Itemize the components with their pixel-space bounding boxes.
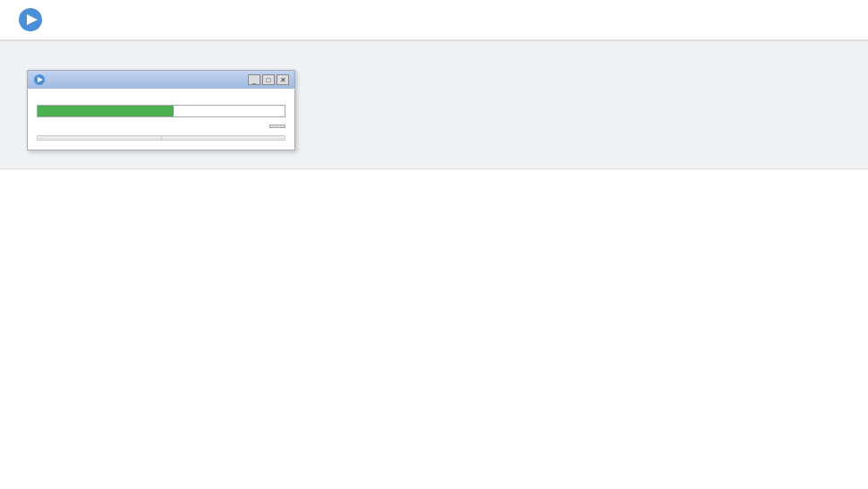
installer-table (37, 135, 285, 141)
hero-left: _ □ ✕ (27, 59, 319, 150)
installer-title-left (33, 73, 49, 86)
hero-right (607, 59, 841, 150)
installer-logo-icon (33, 73, 46, 86)
logo[interactable] (18, 7, 48, 32)
installer-window: _ □ ✕ (27, 70, 295, 150)
win-close[interactable]: ✕ (277, 74, 289, 85)
progress-bar (37, 105, 285, 117)
col-application (38, 136, 162, 141)
installer-titlebar: _ □ ✕ (28, 71, 294, 89)
logo-icon (18, 7, 43, 32)
table-header-row (38, 136, 285, 141)
header (0, 0, 868, 40)
col-status (161, 136, 285, 141)
hero-center (346, 59, 581, 150)
hero-section: _ □ ✕ (0, 41, 868, 168)
win-minimize[interactable]: _ (248, 74, 260, 85)
cancel-button[interactable] (269, 124, 285, 128)
pick-apps-section (0, 169, 868, 232)
installer-body (28, 89, 294, 150)
installer-links (37, 124, 285, 128)
progress-bar-fill (38, 106, 174, 116)
win-maximize[interactable]: □ (262, 74, 275, 85)
win-buttons: _ □ ✕ (248, 74, 289, 85)
